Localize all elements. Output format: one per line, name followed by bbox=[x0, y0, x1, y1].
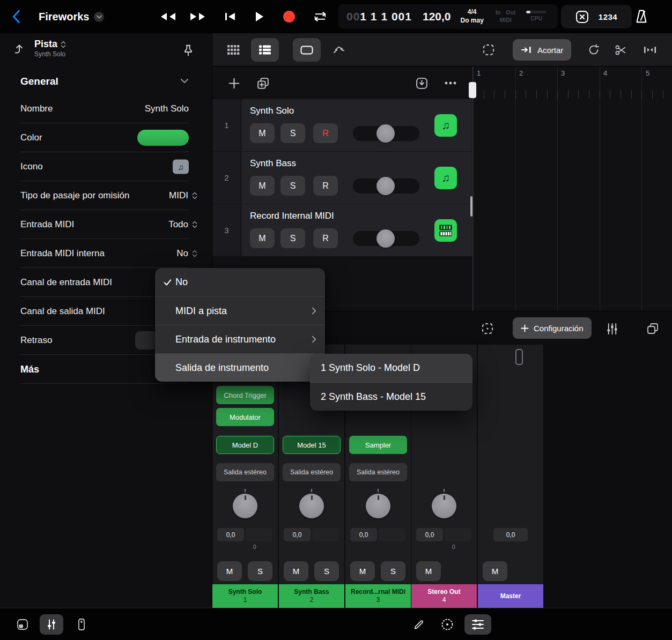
volume-value[interactable]: 0,0 bbox=[217, 528, 244, 541]
menu-item-salida-de-instrumento[interactable]: Salida de instrumento bbox=[155, 353, 325, 382]
output-slot[interactable]: Salida estéreo bbox=[283, 463, 341, 481]
duplicate-track-button[interactable] bbox=[254, 75, 271, 92]
play-button[interactable] bbox=[254, 11, 264, 23]
row-icono[interactable]: Icono ♫ bbox=[0, 152, 212, 181]
track-row[interactable]: 3 Record Internal MIDI M S R bbox=[212, 204, 472, 256]
record-enable-button[interactable]: R bbox=[313, 123, 338, 143]
menu-item-no[interactable]: No bbox=[155, 268, 325, 296]
mute-button[interactable]: M bbox=[483, 561, 507, 581]
solo-button[interactable]: S bbox=[280, 228, 305, 248]
output-slot[interactable]: Salida estéreo bbox=[216, 463, 274, 481]
menu-item-entrada-de-instrumento[interactable]: Entrada de instrumento bbox=[155, 325, 325, 353]
lcd-display[interactable]: 001 1 1 001 120,0 4/4 Do may InOut MIDI … bbox=[338, 4, 558, 29]
row-nombre[interactable]: Nombre Synth Solo bbox=[0, 94, 212, 123]
row-tipo-pasaje[interactable]: Tipo de pasaje por omisión MIDI bbox=[0, 181, 212, 210]
stretch-button[interactable] bbox=[637, 38, 663, 62]
go-to-beginning-button[interactable] bbox=[224, 11, 236, 22]
pan-knob[interactable] bbox=[299, 494, 324, 518]
menu-item-midi-a-pista[interactable]: MIDI a pista bbox=[155, 296, 325, 325]
pan-knob[interactable] bbox=[233, 494, 257, 518]
playhead-handle[interactable] bbox=[469, 82, 476, 98]
midi-keyboard-icon-button[interactable] bbox=[434, 219, 457, 242]
record-button[interactable] bbox=[283, 11, 295, 23]
channel-strip-components-button[interactable] bbox=[600, 317, 624, 340]
mixer-view-button[interactable] bbox=[40, 614, 63, 635]
strip-name-label[interactable]: Record...rnal MIDI 3 bbox=[345, 584, 411, 608]
solo-button[interactable]: S bbox=[280, 123, 305, 143]
midi-fx-slot[interactable]: Chord Trigger bbox=[216, 386, 274, 404]
volume-value[interactable]: 0,0 bbox=[493, 528, 528, 541]
record-enable-button[interactable]: R bbox=[313, 228, 338, 248]
submenu-item-synth-bass[interactable]: 2 Synth Bass - Model 15 bbox=[310, 382, 472, 411]
mixer-settings-button[interactable]: Configuración bbox=[513, 317, 592, 339]
pencil-tool-button[interactable] bbox=[409, 616, 428, 633]
solo-button[interactable]: S bbox=[381, 561, 405, 581]
mute-button[interactable]: M bbox=[416, 561, 441, 581]
track-row[interactable]: 2 Synth Bass M S R ♫ bbox=[212, 152, 472, 204]
solo-button[interactable]: S bbox=[280, 176, 305, 196]
copy-button[interactable] bbox=[640, 317, 665, 340]
dial-tool-button[interactable] bbox=[438, 616, 457, 633]
mixer-marquee-button[interactable] bbox=[475, 317, 500, 340]
midi-fx-slot[interactable]: Modulator bbox=[216, 408, 274, 426]
record-enable-button[interactable]: R bbox=[313, 176, 338, 196]
cycle-button[interactable] bbox=[312, 11, 328, 22]
rewind-button[interactable] bbox=[159, 11, 177, 22]
strip-name-label[interactable]: Synth Solo 1 bbox=[212, 584, 278, 608]
section-general[interactable]: General bbox=[0, 69, 212, 94]
marquee-select-button[interactable] bbox=[476, 38, 501, 62]
volume-slider-knob[interactable] bbox=[376, 124, 395, 143]
mute-button[interactable]: M bbox=[350, 561, 375, 581]
mute-button[interactable]: M bbox=[250, 123, 275, 143]
tracks-view-button[interactable] bbox=[251, 38, 279, 62]
mute-button[interactable]: M bbox=[250, 228, 275, 248]
regions-view-button[interactable] bbox=[293, 38, 321, 62]
trim-tool-button[interactable]: Acortar bbox=[513, 39, 571, 61]
inspector-title-block[interactable]: Pista Synth Solo bbox=[34, 39, 66, 58]
track-row[interactable]: 1 Synth Solo M S R ♫ bbox=[212, 99, 472, 151]
volume-value[interactable]: 0,0 bbox=[284, 528, 311, 541]
project-title-button[interactable]: Fireworks bbox=[39, 0, 104, 33]
import-track-button[interactable] bbox=[413, 75, 430, 92]
add-track-button[interactable] bbox=[225, 75, 242, 92]
forward-button[interactable] bbox=[189, 11, 207, 22]
track-icon-chip[interactable]: ♫ bbox=[173, 160, 189, 174]
instrument-slot[interactable]: Model 15 bbox=[283, 436, 341, 454]
instrument-slot[interactable]: Model D bbox=[216, 436, 274, 454]
split-button[interactable] bbox=[608, 38, 633, 62]
volume-slider-knob[interactable] bbox=[376, 177, 395, 195]
row-entrada-midi[interactable]: Entrada MIDI Todo bbox=[0, 210, 212, 239]
volume-value[interactable]: 0,0 bbox=[350, 528, 377, 541]
solo-button[interactable]: S bbox=[314, 561, 339, 581]
vertical-scrollbar[interactable] bbox=[470, 196, 472, 217]
mute-button[interactable]: M bbox=[250, 176, 275, 196]
timeline-ruler[interactable]: 1 2 3 4 5 bbox=[472, 66, 672, 311]
strip-name-label[interactable]: Synth Bass 2 bbox=[279, 584, 344, 608]
more-options-button[interactable] bbox=[442, 75, 459, 92]
output-slot[interactable]: Salida estéreo bbox=[349, 463, 407, 481]
no-count-in-button[interactable] bbox=[575, 10, 589, 24]
color-swatch[interactable] bbox=[137, 130, 189, 146]
strip-resize-handle[interactable] bbox=[515, 349, 523, 365]
solo-button[interactable]: S bbox=[248, 561, 272, 581]
live-loops-grid-button[interactable] bbox=[221, 38, 246, 62]
automation-view-button[interactable] bbox=[326, 38, 352, 62]
faders-view-button[interactable] bbox=[464, 614, 491, 635]
pan-knob[interactable] bbox=[432, 494, 456, 518]
back-button[interactable] bbox=[9, 9, 24, 25]
pin-button[interactable] bbox=[182, 43, 194, 57]
volume-slider-knob[interactable] bbox=[376, 229, 395, 248]
loop-region-button[interactable] bbox=[581, 38, 606, 62]
instrument-icon-button[interactable]: ♫ bbox=[434, 167, 457, 189]
plugins-button[interactable] bbox=[71, 615, 92, 634]
instrument-slot[interactable]: Sampler bbox=[349, 436, 407, 454]
count-in-button[interactable]: 1234 bbox=[599, 12, 617, 21]
row-color[interactable]: Color bbox=[0, 123, 212, 152]
pan-knob[interactable] bbox=[366, 494, 390, 518]
row-entrada-midi-interna[interactable]: Entrada MIDI interna No bbox=[0, 239, 212, 268]
browser-button[interactable] bbox=[12, 615, 33, 634]
metronome-button[interactable] bbox=[635, 9, 648, 24]
mute-button[interactable]: M bbox=[284, 561, 308, 581]
strip-name-label[interactable]: Stereo Out 4 bbox=[411, 584, 477, 608]
strip-name-label[interactable]: Master bbox=[478, 584, 543, 608]
